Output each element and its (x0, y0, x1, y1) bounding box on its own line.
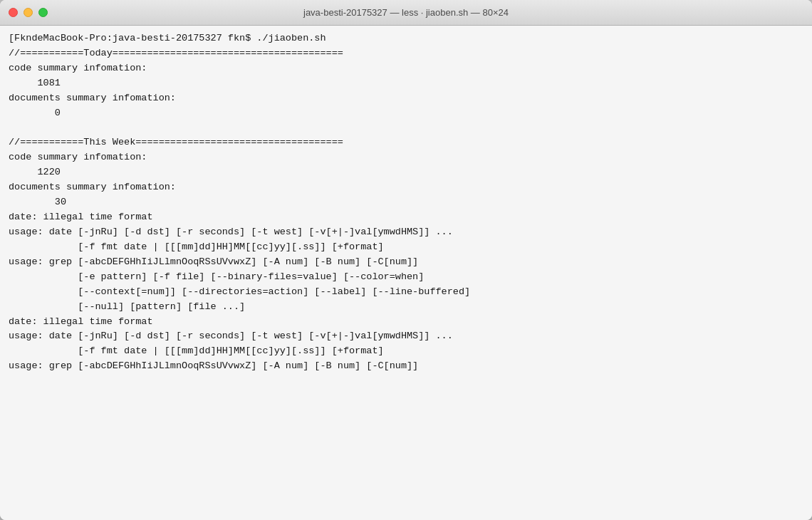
minimize-button[interactable] (24, 8, 33, 17)
close-button[interactable] (9, 8, 18, 17)
traffic-lights (9, 8, 48, 17)
window-title: java-besti-20175327 — less · jiaoben.sh … (303, 7, 509, 18)
titlebar: java-besti-20175327 — less · jiaoben.sh … (0, 0, 812, 26)
maximize-button[interactable] (38, 8, 48, 17)
terminal-window: java-besti-20175327 — less · jiaoben.sh … (0, 0, 812, 520)
terminal-body[interactable]: [FkndeMacBook-Pro:java-besti-20175327 fk… (0, 26, 812, 520)
terminal-output: //===========Today======================… (9, 46, 803, 374)
prompt-line: [FkndeMacBook-Pro:java-besti-20175327 fk… (9, 31, 803, 46)
